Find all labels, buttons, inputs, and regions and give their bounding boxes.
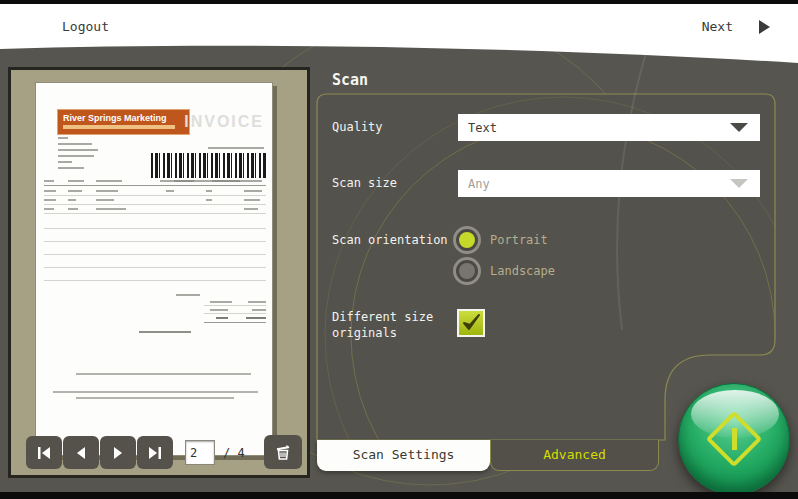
start-scan-button[interactable] xyxy=(678,383,790,495)
previous-page-icon xyxy=(71,444,91,462)
tab-advanced[interactable]: Advanced xyxy=(490,440,659,471)
text-smudge xyxy=(206,199,212,201)
text-smudge xyxy=(244,208,258,210)
text-smudge xyxy=(244,199,260,201)
delete-page-button[interactable] xyxy=(264,435,302,469)
text-smudge xyxy=(244,190,262,192)
next-arrow-icon xyxy=(759,20,770,34)
different-size-label: Different size originals xyxy=(332,310,446,341)
first-page-button[interactable] xyxy=(26,436,62,469)
text-smudge xyxy=(68,199,76,201)
document-preview: River Springs Marketing INVOICE xyxy=(35,82,273,456)
barcode xyxy=(151,153,267,178)
text-smudge xyxy=(58,137,68,139)
text-smudge xyxy=(68,180,84,182)
scan-size-value: Any xyxy=(468,177,490,191)
radio-unselected-dot xyxy=(459,263,475,279)
orientation-label: Scan orientation xyxy=(332,233,448,247)
portrait-radio[interactable] xyxy=(453,226,481,254)
invoice-company-name: River Springs Marketing xyxy=(63,113,184,123)
totals-rule xyxy=(204,313,266,314)
last-page-icon xyxy=(145,444,165,462)
next-page-button[interactable] xyxy=(100,436,136,469)
text-smudge xyxy=(166,190,174,192)
invoice-company-banner: River Springs Marketing xyxy=(57,109,190,135)
totals-rule xyxy=(204,322,266,323)
table-rule xyxy=(44,213,266,214)
text-smudge xyxy=(58,161,72,163)
next-button[interactable]: Next xyxy=(702,19,770,34)
text-smudge xyxy=(206,190,212,192)
text-smudge xyxy=(160,180,174,182)
portrait-label: Portrait xyxy=(490,233,548,247)
text-smudge xyxy=(68,208,78,210)
landscape-radio[interactable] xyxy=(453,257,481,285)
text-smudge xyxy=(252,309,266,311)
tab-scan-settings[interactable]: Scan Settings xyxy=(317,440,490,471)
text-smudge xyxy=(44,199,56,201)
scan-size-label: Scan size xyxy=(332,176,397,190)
radio-selected-dot xyxy=(459,232,475,248)
next-button-label: Next xyxy=(702,19,733,34)
text-smudge xyxy=(58,143,92,145)
quality-value: Text xyxy=(468,121,497,135)
text-smudge xyxy=(216,317,228,319)
last-page-button[interactable] xyxy=(137,436,173,469)
logout-button[interactable]: Logout xyxy=(62,19,109,34)
text-smudge xyxy=(240,180,262,182)
text-smudge xyxy=(68,190,82,192)
scanner-ui: Logout Next River Springs Marketing INVO… xyxy=(0,0,798,499)
invoice-watermark: INVOICE xyxy=(184,113,264,131)
text-smudge xyxy=(58,155,94,157)
text-smudge xyxy=(53,391,258,393)
different-size-checkbox[interactable] xyxy=(457,309,485,337)
blank-rule xyxy=(44,241,266,242)
text-smudge xyxy=(76,373,251,375)
text-smudge xyxy=(176,294,200,296)
scan-size-dropdown[interactable]: Any xyxy=(458,170,760,197)
start-diamond-icon-bar xyxy=(732,428,737,450)
text-smudge xyxy=(246,317,266,319)
blank-rule xyxy=(44,228,266,229)
text-smudge xyxy=(44,180,54,182)
text-smudge xyxy=(96,190,118,192)
text-smudge xyxy=(96,208,126,210)
quality-dropdown[interactable]: Text xyxy=(458,114,760,141)
table-rule xyxy=(44,195,266,196)
table-rule xyxy=(44,204,266,205)
landscape-label: Landscape xyxy=(490,264,555,278)
blank-rule xyxy=(44,254,266,255)
text-smudge xyxy=(76,397,234,399)
text-smudge xyxy=(96,180,122,182)
trash-icon xyxy=(272,442,294,462)
next-page-icon xyxy=(108,444,128,462)
preview-panel: River Springs Marketing INVOICE xyxy=(8,67,310,478)
totals-rule xyxy=(204,305,266,306)
text-smudge xyxy=(210,301,232,303)
bottom-black-strip xyxy=(0,492,798,499)
blank-rule xyxy=(44,267,266,268)
chevron-down-icon xyxy=(730,179,748,188)
text-smudge xyxy=(194,180,212,182)
text-smudge xyxy=(248,301,266,303)
text-smudge xyxy=(58,167,84,169)
text-smudge xyxy=(44,208,54,210)
page-count-label: / 4 xyxy=(223,446,245,460)
previous-page-button[interactable] xyxy=(63,436,99,469)
first-page-icon xyxy=(34,444,54,462)
text-smudge xyxy=(44,190,56,192)
page-title: Scan xyxy=(332,71,368,89)
blank-rule xyxy=(44,280,266,281)
chevron-down-icon xyxy=(730,123,748,132)
table-rule xyxy=(44,185,266,186)
text-smudge xyxy=(96,199,114,201)
text-smudge xyxy=(210,309,228,311)
checkmark-icon xyxy=(460,312,482,334)
text-smudge xyxy=(139,331,191,333)
text-smudge xyxy=(208,147,264,149)
text-smudge xyxy=(58,149,98,151)
quality-label: Quality xyxy=(332,120,383,134)
page-number-input[interactable] xyxy=(185,440,215,465)
invoice-tagline-smudge xyxy=(63,125,175,129)
top-black-strip xyxy=(0,0,798,4)
